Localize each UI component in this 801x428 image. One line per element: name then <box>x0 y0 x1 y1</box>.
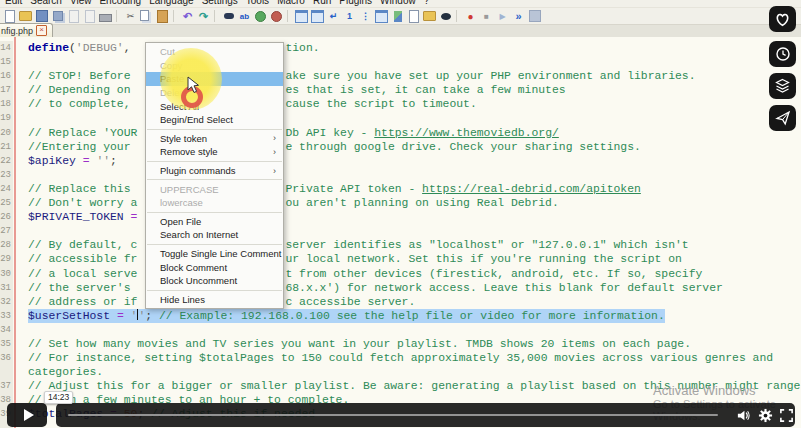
menu-item-search[interactable]: Search <box>26 0 66 7</box>
toolbar-separator <box>116 10 120 22</box>
context-menu-separator <box>147 244 282 245</box>
context-menu-separator <box>147 290 282 291</box>
undo-icon[interactable]: ↶ <box>181 10 194 23</box>
menu-item-help[interactable]: ? <box>420 0 434 7</box>
playlist-button[interactable] <box>769 73 796 99</box>
context-menu-separator <box>147 212 282 213</box>
menu-item-encoding[interactable]: Encoding <box>95 0 145 7</box>
watch-later-button[interactable] <box>769 41 796 67</box>
context-menu-item-plugin-commands[interactable]: Plugin commands› <box>146 164 283 178</box>
new-file-icon[interactable] <box>3 10 16 23</box>
menu-item-run[interactable]: Run <box>309 0 335 7</box>
open-folder-icon[interactable] <box>19 10 32 23</box>
paste-icon[interactable] <box>156 10 169 23</box>
code-line <box>0 55 801 69</box>
favorite-button[interactable] <box>769 6 796 32</box>
close-document-icon[interactable] <box>67 10 80 23</box>
redo-icon[interactable]: ↷ <box>197 10 210 23</box>
save-all-icon[interactable] <box>51 10 64 23</box>
context-menu-item-remove-style[interactable]: Remove style› <box>146 145 283 159</box>
play-icon <box>24 409 34 421</box>
code-text: //Entering your e through google drive. … <box>28 140 641 154</box>
toolbar: ✂↶↷ab↵1⋮●■▶» <box>0 7 801 24</box>
menu-item-view[interactable]: View <box>66 0 96 7</box>
code-line: $PRIVATE_TOKEN = <box>0 210 801 224</box>
context-menu-item-label: Hide Lines <box>160 294 205 305</box>
code-text: // Replace this Private API token - http… <box>28 182 641 196</box>
folder-workspace-icon[interactable] <box>423 10 436 23</box>
code-line: // to complete, cause the script to time… <box>0 97 801 111</box>
layers-icon <box>774 78 791 94</box>
zoom-out-icon[interactable] <box>270 10 283 23</box>
document-list-icon[interactable] <box>407 10 420 23</box>
save-icon[interactable] <box>35 10 48 23</box>
menu-item-settings[interactable]: Settings <box>198 0 242 7</box>
menu-item-language[interactable]: Language <box>145 0 198 7</box>
cut-icon[interactable]: ✂ <box>124 10 137 23</box>
play-button[interactable] <box>7 403 47 427</box>
context-menu-item-label: Remove style <box>160 146 218 157</box>
toolbar-separator <box>456 10 460 22</box>
context-menu-item-hide-lines[interactable]: Hide Lines <box>146 293 283 307</box>
context-menu-item-begin-end-select[interactable]: Begin/End Select <box>146 113 283 127</box>
monitor-icon[interactable] <box>439 10 452 23</box>
share-button[interactable] <box>769 105 796 131</box>
volume-icon[interactable] <box>736 408 751 423</box>
settings-gear-icon[interactable] <box>758 408 773 423</box>
code-line <box>0 323 801 337</box>
code-text: categories. <box>28 365 103 379</box>
indent-guide-icon[interactable]: ⋮ <box>359 10 372 23</box>
submenu-arrow-icon: › <box>273 147 276 157</box>
sync-horizontal-icon[interactable] <box>311 10 324 23</box>
code-text: // Replace 'YOURDb API key - https://www… <box>28 126 559 140</box>
zoom-in-icon[interactable] <box>254 10 267 23</box>
code-line: $userSetHost = ''; // Example: 192.168.0… <box>0 309 801 323</box>
stop-macro-icon[interactable]: ■ <box>480 10 493 23</box>
context-menu-item-block-comment[interactable]: Block Comment <box>146 260 283 274</box>
fullscreen-icon[interactable] <box>779 408 794 423</box>
copy-icon[interactable] <box>140 10 153 23</box>
code-line: // STOP! Before ake sure you have set up… <box>0 69 801 83</box>
context-menu-item-toggle-single-line-comment[interactable]: Toggle Single Line Comment <box>146 247 283 261</box>
editor-area[interactable]: 1415161718192021222324252627282930313233… <box>0 37 801 428</box>
timeline-slider[interactable] <box>68 414 718 417</box>
sync-vertical-icon[interactable] <box>295 10 308 23</box>
context-menu-item-label: Style token <box>160 133 207 144</box>
heart-icon <box>774 12 791 27</box>
code-line <box>0 111 801 125</box>
menu-item-plugins[interactable]: Plugins <box>335 0 376 7</box>
code-text: // the server's 68.x.x') for network acc… <box>28 281 723 295</box>
replace-icon[interactable]: ab <box>238 10 251 23</box>
menu-item-tools[interactable]: Tools <box>242 0 273 7</box>
context-menu-item-label: Toggle Single Line Comment <box>160 248 281 259</box>
code-line: // address or ifc accessibe server. <box>0 295 801 309</box>
context-menu-item-search-on-internet[interactable]: Search on Internet <box>146 228 283 242</box>
player-control-bar <box>56 403 795 427</box>
record-macro-icon[interactable]: ● <box>464 10 477 23</box>
function-list-icon[interactable] <box>375 10 388 23</box>
show-symbols-icon[interactable]: 1 <box>343 10 356 23</box>
menu-item-macro[interactable]: Macro <box>273 0 309 7</box>
context-menu-item-open-file[interactable]: Open File <box>146 215 283 229</box>
context-menu-item-block-uncomment[interactable]: Block Uncomment <box>146 274 283 288</box>
code-line: // Replace this Private API token - http… <box>0 182 801 196</box>
print-icon[interactable] <box>99 10 112 23</box>
menu-item-window[interactable]: Window <box>376 0 420 7</box>
code-line: // For instance, setting $totalPages to … <box>0 351 801 365</box>
context-menu-item-select-all[interactable]: Select All <box>146 99 283 113</box>
code-text: // For instance, setting $totalPages to … <box>28 351 773 365</box>
play-macro-icon[interactable]: ▶ <box>496 10 509 23</box>
close-all-icon[interactable] <box>83 10 96 23</box>
word-wrap-icon[interactable]: ↵ <box>327 10 340 23</box>
code-line: define('DEBUG', tion. <box>0 41 801 55</box>
tab-config-php[interactable]: nfig.php × <box>0 23 53 37</box>
tab-close-icon[interactable]: × <box>36 25 47 36</box>
run-macro-multiple-icon[interactable]: » <box>512 10 525 23</box>
save-macro-icon[interactable] <box>528 10 541 23</box>
document-map-icon[interactable] <box>391 10 404 23</box>
find-icon[interactable] <box>222 10 235 23</box>
code-line: categories. <box>0 365 801 379</box>
context-menu-separator <box>147 179 282 180</box>
menu-item-edit[interactable]: Edit <box>1 0 26 7</box>
context-menu-item-style-token[interactable]: Style token› <box>146 132 283 146</box>
